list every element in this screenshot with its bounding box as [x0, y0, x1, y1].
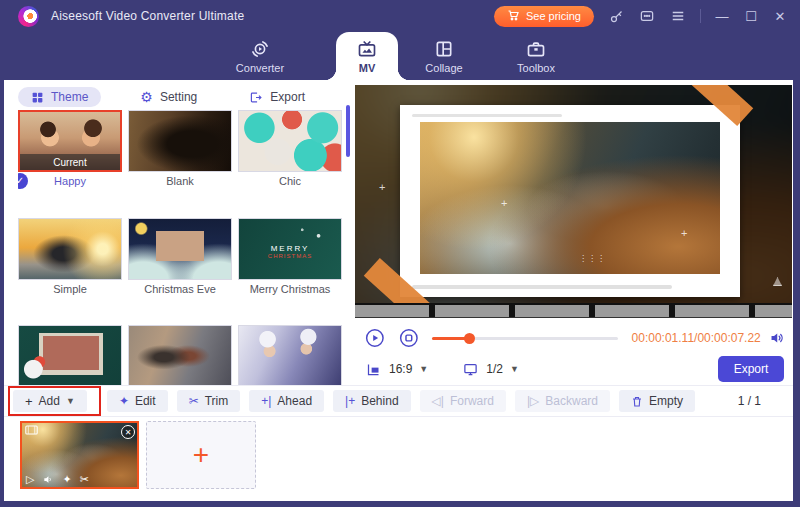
plus-mark-decor: +	[501, 197, 507, 209]
export-button[interactable]: Export	[718, 356, 784, 382]
theme-panel-tabs: Theme ⚙ Setting Export	[18, 85, 318, 109]
minimize-button[interactable]: —	[714, 9, 730, 24]
clip-edit-icon[interactable]: ✦	[62, 474, 71, 485]
clip-delete-button[interactable]: ✕	[121, 425, 135, 439]
theme-name: Merry Christmas	[238, 283, 342, 295]
clip-trim-icon[interactable]: ✂	[80, 474, 89, 485]
empty-button[interactable]: Empty	[619, 390, 695, 412]
tab-toolbox[interactable]: Toolbox	[490, 32, 582, 80]
aspect-ratio-select[interactable]: 16:9 ▼	[365, 362, 428, 377]
preview-video-image	[420, 122, 720, 274]
clip-list: ✕ ▷ ✦ ✂ +	[4, 417, 793, 501]
video-preview: + + + ⋮⋮⋮	[355, 85, 792, 303]
clip-toolbar: + Add ▼ ✦ Edit ✂ Trim +| Ahead |+ Behind	[4, 385, 793, 417]
progress-slider[interactable]	[432, 337, 617, 340]
add-button[interactable]: + Add ▼	[13, 390, 87, 412]
mv-icon	[357, 39, 377, 59]
close-button[interactable]: ✕	[772, 9, 788, 24]
tab-mv-label: MV	[359, 62, 376, 74]
cart-icon	[507, 9, 520, 23]
clip-counter: 1 / 1	[738, 394, 761, 408]
trim-button[interactable]: ✂ Trim	[177, 390, 241, 412]
tab-mv[interactable]: MV	[336, 32, 398, 80]
play-button[interactable]	[365, 327, 385, 349]
export-panel-icon	[249, 91, 263, 104]
theme-thumbnail	[238, 325, 342, 387]
theme-item-simple[interactable]: Simple	[18, 218, 122, 311]
add-clip-placeholder[interactable]: +	[146, 421, 256, 489]
forward-button[interactable]: ◁| Forward	[420, 390, 506, 412]
plus-mark-decor: +	[379, 181, 385, 193]
theme-thumbnail: Current	[18, 110, 122, 172]
tab-theme-label: Theme	[51, 90, 88, 104]
menu-icon[interactable]	[669, 7, 687, 25]
time-display: 00:00:01.11/00:00:07.22	[632, 331, 761, 345]
chevron-down-icon: ▼	[510, 364, 519, 374]
theme-art-text: MERRY CHRISTMAS	[268, 244, 312, 261]
collage-icon	[434, 39, 454, 59]
frame-decor-line	[412, 285, 672, 289]
theme-name: Christmas Eve	[128, 283, 232, 295]
plus-icon: +	[25, 395, 33, 408]
tab-setting[interactable]: ⚙ Setting	[127, 87, 210, 107]
clip-volume-icon[interactable]	[42, 474, 54, 485]
ahead-button[interactable]: +| Ahead	[249, 390, 324, 412]
theme-name: Simple	[18, 283, 122, 295]
behind-button[interactable]: |+ Behind	[333, 390, 411, 412]
tab-toolbox-label: Toolbox	[517, 62, 555, 74]
theme-scrollbar[interactable]	[346, 105, 350, 157]
aspect-ratio-icon	[365, 362, 382, 377]
theme-item-blank[interactable]: Blank	[128, 110, 232, 203]
filmstrip-decor	[355, 303, 792, 318]
titlebar-divider	[700, 9, 701, 23]
tab-converter-label: Converter	[236, 62, 284, 74]
app-title: Aiseesoft Video Converter Ultimate	[51, 9, 244, 23]
theme-thumbnail	[128, 218, 232, 280]
clip-item[interactable]: ✕ ▷ ✦ ✂	[20, 421, 139, 489]
theme-thumbnail: MERRY CHRISTMAS	[238, 218, 342, 280]
theme-name: Chic	[238, 175, 342, 187]
progress-knob[interactable]	[464, 333, 475, 344]
plus-mark-decor: +	[681, 227, 687, 239]
theme-grid: Current ✓ Happy Blank Chic Simple Christ…	[18, 110, 350, 418]
theme-thumbnail	[238, 110, 342, 172]
theme-grid-icon	[31, 91, 44, 104]
dots-handle-decor: ⋮⋮⋮	[579, 257, 606, 261]
edit-button[interactable]: ✦ Edit	[107, 390, 168, 412]
feedback-icon[interactable]	[638, 7, 656, 25]
move-backward-icon: |▷	[527, 395, 539, 407]
trash-icon	[631, 395, 643, 408]
app-window: Aiseesoft Video Converter Ultimate See p…	[0, 0, 800, 507]
clip-play-icon[interactable]: ▷	[26, 474, 34, 485]
theme-item-christmas-eve[interactable]: Christmas Eve	[128, 218, 232, 311]
tab-theme[interactable]: Theme	[18, 87, 101, 107]
theme-item-chic[interactable]: Chic	[238, 110, 342, 203]
toolbox-icon	[526, 39, 546, 59]
tab-converter[interactable]: Converter	[214, 32, 306, 80]
edit-wand-icon: ✦	[119, 395, 129, 407]
titlebar: Aiseesoft Video Converter Ultimate See p…	[0, 0, 800, 32]
chevron-down-icon: ▼	[66, 396, 75, 406]
tab-export-label: Export	[270, 90, 305, 104]
tab-export[interactable]: Export	[236, 87, 318, 107]
converter-icon	[250, 39, 270, 59]
tab-collage-label: Collage	[425, 62, 462, 74]
register-key-icon[interactable]	[607, 7, 625, 25]
volume-icon[interactable]	[769, 330, 784, 346]
move-forward-icon: ◁|	[432, 395, 444, 407]
theme-item-happy[interactable]: Current ✓ Happy	[18, 110, 122, 203]
scissors-icon: ✂	[189, 395, 199, 407]
stop-button[interactable]	[399, 327, 419, 349]
insert-behind-icon: |+	[345, 395, 355, 407]
maximize-button[interactable]: ☐	[743, 9, 759, 24]
screen-split-select[interactable]: 1/2 ▼	[462, 362, 519, 377]
backward-button[interactable]: |▷ Backward	[515, 390, 610, 412]
theme-thumbnail	[128, 110, 232, 172]
screen-split-value: 1/2	[486, 362, 503, 376]
chevron-down-icon: ▼	[419, 364, 428, 374]
player-controls: 00:00:01.11/00:00:07.22 16:9 ▼	[355, 318, 792, 384]
app-logo-icon	[18, 6, 39, 27]
tab-collage[interactable]: Collage	[398, 32, 490, 80]
see-pricing-button[interactable]: See pricing	[494, 6, 594, 27]
theme-item-merry-christmas[interactable]: MERRY CHRISTMAS Merry Christmas	[238, 218, 342, 311]
